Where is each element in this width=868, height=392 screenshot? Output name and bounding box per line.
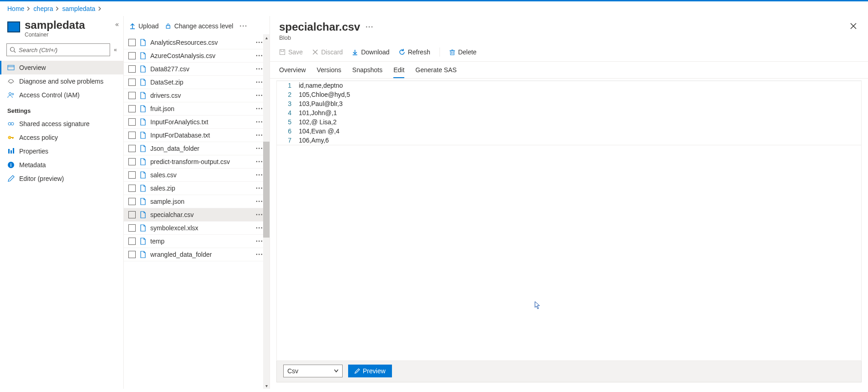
file-checkbox[interactable] <box>128 132 136 139</box>
file-checkbox[interactable] <box>128 145 136 152</box>
file-checkbox[interactable] <box>128 251 136 258</box>
file-row[interactable]: drivers.csv··· <box>124 89 270 102</box>
scrollbar-thumb[interactable] <box>263 142 270 238</box>
line-number: 7 <box>277 136 291 145</box>
file-list-scrollbar[interactable]: ▴ ▾ <box>263 34 270 389</box>
file-checkbox[interactable] <box>128 79 136 86</box>
file-checkbox[interactable] <box>128 39 136 46</box>
chevron-down-icon <box>334 369 339 373</box>
code-line[interactable]: 103,Paul@blr,3 <box>299 99 861 108</box>
tab-versions[interactable]: Versions <box>317 62 341 78</box>
file-checkbox[interactable] <box>128 92 136 99</box>
file-row[interactable]: predict-transform-output.csv··· <box>124 155 270 169</box>
file-row[interactable]: InputForDatabase.txt··· <box>124 129 270 142</box>
svg-point-4 <box>9 93 11 95</box>
tab-generate-sas[interactable]: Generate SAS <box>415 62 456 78</box>
file-row[interactable]: DataSet.zip··· <box>124 76 270 89</box>
upload-label: Upload <box>138 22 159 30</box>
file-checkbox[interactable] <box>128 238 136 245</box>
sidebar-item-diagnose-and-solve-problems[interactable]: Diagnose and solve problems <box>0 74 123 88</box>
collapse-sidebar-icon[interactable]: « <box>115 21 119 28</box>
file-row[interactable]: AzureCostAnalysis.csv··· <box>124 49 270 63</box>
code-line[interactable]: 106,Amy,6 <box>299 136 861 145</box>
upload-button[interactable]: Upload <box>129 22 159 30</box>
file-checkbox[interactable] <box>128 65 136 73</box>
discard-button[interactable]: Discard <box>312 48 343 56</box>
file-checkbox[interactable] <box>128 52 136 59</box>
file-row[interactable]: symbolexcel.xlsx··· <box>124 222 270 235</box>
file-row[interactable]: AnalyticsResources.csv··· <box>124 36 270 49</box>
svg-text:i: i <box>11 163 12 168</box>
code-line[interactable]: id,name,deptno <box>299 81 861 90</box>
code-line[interactable]: 105,Chloe@hyd,5 <box>299 90 861 99</box>
file-name: sales.zip <box>150 185 252 192</box>
file-row[interactable]: specialchar.csv··· <box>124 208 270 222</box>
sidebar-item-properties[interactable]: Properties <box>0 144 123 158</box>
code-editor[interactable]: 1234567 id,name,deptno105,Chloe@hyd,5103… <box>276 80 862 145</box>
action-bar: Save Discard Download Refresh Delete <box>270 45 868 62</box>
nav-label: Shared access signature <box>19 120 90 127</box>
file-checkbox[interactable] <box>128 211 136 218</box>
file-checkbox[interactable] <box>128 171 136 179</box>
file-row[interactable]: fruit.json··· <box>124 102 270 116</box>
file-icon <box>139 171 147 179</box>
search-input[interactable] <box>19 47 107 53</box>
tab-overview[interactable]: Overview <box>279 62 306 78</box>
scroll-up-icon[interactable]: ▴ <box>263 34 270 41</box>
code-line[interactable]: 104,Evan @,4 <box>299 127 861 136</box>
file-checkbox[interactable] <box>128 185 136 192</box>
sidebar-item-access-control-iam-[interactable]: Access Control (IAM) <box>0 88 123 102</box>
download-button[interactable]: Download <box>352 48 389 56</box>
blob-title-more-icon[interactable]: ··· <box>365 23 374 31</box>
file-icon <box>139 118 147 126</box>
nav-label: Overview <box>19 64 46 71</box>
sidebar-item-metadata[interactable]: iMetadata <box>0 158 123 172</box>
refresh-button[interactable]: Refresh <box>399 48 430 56</box>
file-row[interactable]: Data8277.csv··· <box>124 63 270 76</box>
code-line[interactable]: 102,@ Lisa,2 <box>299 117 861 127</box>
breadcrumb-sampledata[interactable]: sampledata <box>62 5 95 12</box>
file-row[interactable]: sample.json··· <box>124 195 270 208</box>
scroll-down-icon[interactable]: ▾ <box>263 382 270 389</box>
format-dropdown[interactable]: Csv <box>283 365 343 377</box>
collapse-search-icon[interactable]: « <box>114 47 117 53</box>
breadcrumb-chepra[interactable]: chepra <box>33 5 53 12</box>
file-icon <box>139 65 147 73</box>
file-row[interactable]: Json_data_folder··· <box>124 142 270 155</box>
sidebar-item-editor-preview-[interactable]: Editor (preview) <box>0 172 123 185</box>
file-checkbox[interactable] <box>128 105 136 112</box>
save-button[interactable]: Save <box>279 48 303 56</box>
svg-line-1 <box>14 51 16 53</box>
chevron-right-icon <box>27 6 31 11</box>
tab-edit[interactable]: Edit <box>393 62 404 78</box>
sidebar-item-overview[interactable]: Overview <box>0 61 123 74</box>
sidebar-item-access-policy[interactable]: Access policy <box>0 131 123 144</box>
search-input-wrap[interactable] <box>6 43 110 56</box>
file-row[interactable]: sales.csv··· <box>124 169 270 182</box>
sidebar-item-shared-access-signature[interactable]: Shared access signature <box>0 117 123 131</box>
more-toolbar-icon[interactable]: ··· <box>240 22 248 30</box>
file-name: InputForAnalytics.txt <box>150 118 252 126</box>
delete-button[interactable]: Delete <box>449 48 476 56</box>
file-name: Json_data_folder <box>150 145 252 152</box>
file-row[interactable]: temp··· <box>124 235 270 248</box>
nav-label: Editor (preview) <box>19 175 64 182</box>
file-checkbox[interactable] <box>128 198 136 205</box>
file-name: DataSet.zip <box>150 79 252 86</box>
change-access-button[interactable]: Change access level <box>165 22 233 30</box>
file-checkbox[interactable] <box>128 118 136 126</box>
blob-detail-panel: specialchar.csv ··· Blob Save Discard Do… <box>270 16 868 389</box>
file-checkbox[interactable] <box>128 224 136 232</box>
nav-label: Access Control (IAM) <box>19 91 79 99</box>
file-checkbox[interactable] <box>128 158 136 165</box>
file-row[interactable]: InputForAnalytics.txt··· <box>124 116 270 129</box>
code-line[interactable]: 101,John@,1 <box>299 108 861 117</box>
line-number: 4 <box>277 108 291 117</box>
close-icon[interactable] <box>848 21 859 32</box>
file-row[interactable]: wrangled_data_folder··· <box>124 248 270 261</box>
preview-button[interactable]: Preview <box>348 365 392 377</box>
container-icon <box>7 21 20 32</box>
file-row[interactable]: sales.zip··· <box>124 182 270 195</box>
breadcrumb-home[interactable]: Home <box>7 5 24 12</box>
tab-snapshots[interactable]: Snapshots <box>352 62 382 78</box>
